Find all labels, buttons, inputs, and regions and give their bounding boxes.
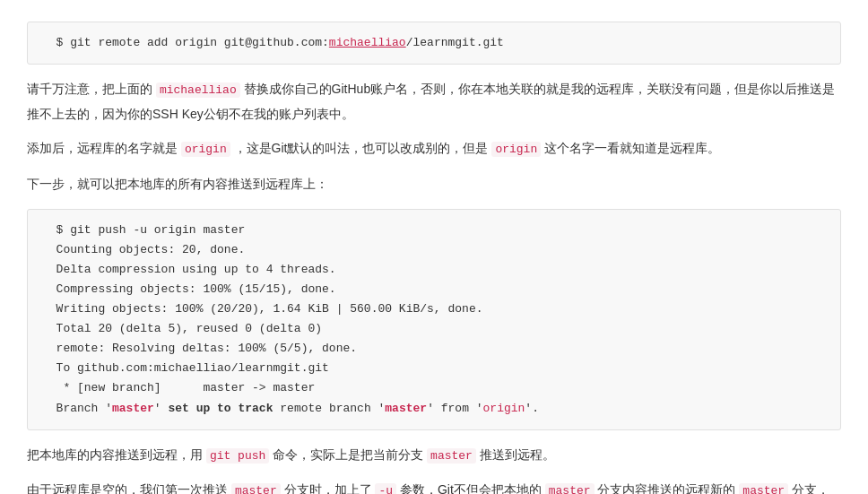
writing-line: Writing objects: 100% (20/20), 1.64 KiB … [42,302,482,316]
remote-intro-2: 分支时，加上了 [284,482,372,494]
delta-line: Delta compression using up to 4 threads. [42,263,336,276]
compressing-line: Compressing objects: 100% (15/15), done. [42,282,336,296]
next-step-paragraph: 下一步，就可以把本地库的所有内容推送到远程库上： [27,172,841,196]
content-area: $ git remote add origin git@github.com:m… [0,0,868,494]
git-push-inline: git push [206,448,269,464]
master-inline-4: master [739,483,788,494]
master-quote-2: master [385,402,427,415]
origin-quote: origin [483,402,525,415]
u-param-inline: -u [375,483,396,494]
note-paragraph: 请千万注意，把上面的 michaelliao 替换成你自己的GitHub账户名，… [27,77,841,126]
push-explanation: 把本地库的内容推送到远程，用 git push 命令，实际上是把当前分支 mas… [27,443,841,468]
remote-explanation: 由于远程库是空的，我们第一次推送 master 分支时，加上了 -u 参数，Gi… [27,478,841,494]
next-step-text: 下一步，就可以把本地库的所有内容推送到远程库上： [27,177,328,191]
new-branch-line: * [new branch] master -> master [42,381,315,394]
push-intro-3: 推送到远程。 [480,447,555,462]
set-up-text: set up to [168,402,230,415]
remote-line: remote: Resolving deltas: 100% (5/5), do… [42,342,357,355]
origin-paragraph: 添加后，远程库的名字就是 origin ，这是Git默认的叫法，也可以改成别的，… [27,136,841,161]
note-text-1: 请千万注意，把上面的 [27,82,152,96]
origin-inline-2: origin [491,142,541,157]
total-line: Total 20 (delta 5), reused 0 (delta 0) [42,322,322,335]
master-quote-1: master [112,402,154,415]
code-block-remote-add: $ git remote add origin git@github.com:m… [27,22,841,65]
master-inline-2: master [231,483,281,494]
master-inline-1: master [427,448,476,464]
track-text: track [238,402,273,415]
push-intro-text: 把本地库的内容推送到远程，用 [27,447,203,462]
michaelliao-inline: michaelliao [156,82,240,98]
counting-line: Counting objects: 20, done. [42,243,245,256]
remote-intro-4: 分支内容推送的远程新的 [597,482,735,494]
remote-intro-3: 参数，Git不但会把本地的 [400,482,542,494]
intro-text-3: 这个名字一看就知道是远程库。 [544,141,720,155]
intro-text: 添加后，远程库的名字就是 [27,141,178,155]
push-cmd-line: $ git push -u origin master [42,223,245,237]
michaelliao-link[interactable]: michaelliao [329,36,406,49]
master-inline-3: master [545,483,595,494]
origin-inline-1: origin [181,142,230,157]
to-line: To github.com:michaelliao/learnmgit.git [42,361,329,375]
push-intro-2: 命令，实际上是把当前分支 [273,447,423,462]
code-block-push: $ git push -u origin master Counting obj… [27,209,841,430]
branch-setup-line: Branch 'master' set up to track remote b… [42,402,539,415]
intro-text-2: ，这是Git默认的叫法，也可以改成别的，但是 [234,141,489,155]
remote-intro-text: 由于远程库是空的，我们第一次推送 [27,482,228,494]
